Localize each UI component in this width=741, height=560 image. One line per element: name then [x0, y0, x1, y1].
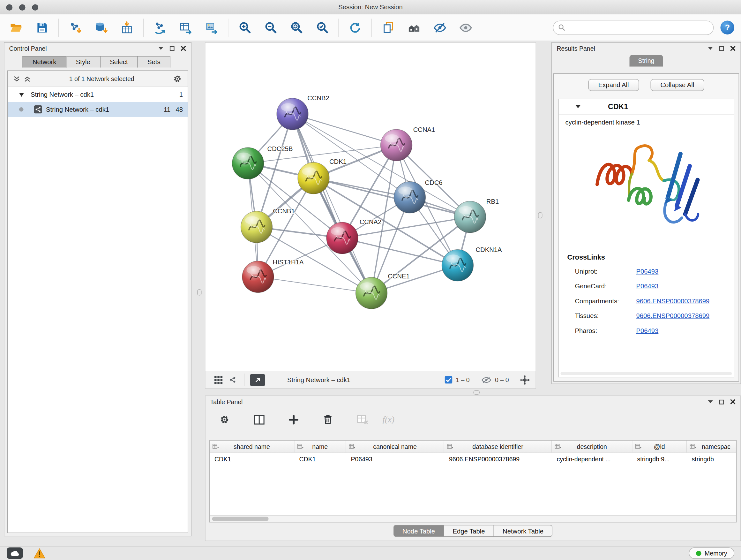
hidden-eye-slash-icon[interactable]: [481, 376, 492, 383]
node-edge-view-button[interactable]: [226, 373, 240, 387]
splitter-handle[interactable]: [474, 390, 480, 395]
crosslink-value-link[interactable]: P06493: [636, 268, 659, 275]
open-in-window-button[interactable]: [250, 374, 265, 386]
import-network-database-button[interactable]: [91, 18, 111, 37]
expand-all-icon[interactable]: [24, 75, 30, 82]
open-session-button[interactable]: [7, 18, 26, 37]
close-panel-icon[interactable]: [730, 46, 736, 51]
splitter-handle[interactable]: [538, 212, 542, 219]
float-panel-icon[interactable]: [170, 46, 175, 51]
splitter-handle[interactable]: [197, 289, 202, 296]
collapse-all-icon[interactable]: [13, 75, 20, 82]
tab-node-table[interactable]: Node Table: [393, 525, 444, 537]
network-node-cdc6[interactable]: [394, 182, 426, 213]
network-edge[interactable]: [293, 114, 397, 145]
node-label: RB1: [486, 198, 499, 205]
network-node-ccnb2[interactable]: [277, 98, 308, 130]
export-table-button[interactable]: [176, 18, 195, 37]
cloud-status-button[interactable]: [7, 548, 23, 559]
string-network-graph[interactable]: CCNB2CCNA1CDC25BCDK1CDC6RB1CCNB1CCNA2CDK…: [205, 43, 536, 371]
gene-card-header[interactable]: CDK1: [559, 99, 734, 115]
table-tabs: Node Table Edge Table Network Table: [205, 525, 741, 537]
tab-style[interactable]: Style: [66, 56, 100, 68]
pan-crosshair-icon[interactable]: [520, 375, 530, 385]
table-settings-button[interactable]: [217, 412, 232, 427]
export-image-button[interactable]: [202, 18, 221, 37]
network-node-ccne1[interactable]: [356, 277, 387, 309]
show-columns-button[interactable]: [252, 412, 267, 427]
collapse-all-button[interactable]: Collapse All: [650, 79, 704, 91]
tab-select[interactable]: Select: [100, 56, 138, 68]
import-network-file-button[interactable]: [66, 18, 85, 37]
network-row[interactable]: String Network – cdk1 11 48: [8, 102, 188, 117]
tab-edge-table[interactable]: Edge Table: [444, 525, 494, 537]
show-graphics-details-button[interactable]: [456, 18, 475, 37]
table-cell: P06493: [346, 453, 445, 465]
disclosure-triangle-icon[interactable]: [19, 92, 24, 97]
table-row[interactable]: CDK1CDK1P064939606.ENSP00000378699cyclin…: [210, 453, 736, 465]
network-node-ccna2[interactable]: [327, 222, 358, 254]
tab-string-results[interactable]: String: [630, 55, 663, 67]
network-collection-row[interactable]: String Network – cdk1 1: [8, 87, 188, 102]
node-label: CCNB1: [273, 207, 295, 214]
crosslink-value-link[interactable]: 9606.ENSP00000378699: [636, 298, 710, 305]
crosslink-value-link[interactable]: P06493: [636, 283, 659, 290]
network-node-cdk1[interactable]: [298, 163, 329, 194]
network-node-ccnb1[interactable]: [241, 211, 273, 243]
tab-network[interactable]: Network: [23, 56, 66, 68]
create-column-button[interactable]: [286, 412, 301, 427]
column-header-canonical-name[interactable]: canonical name: [346, 441, 445, 453]
expand-all-button[interactable]: Expand All: [588, 79, 639, 91]
float-panel-icon[interactable]: [719, 46, 724, 51]
close-panel-icon[interactable]: [181, 46, 186, 51]
search-input[interactable]: [568, 23, 709, 32]
crosslink-value-link[interactable]: P06493: [636, 327, 659, 334]
panel-menu-icon[interactable]: [158, 47, 164, 51]
delete-column-button[interactable]: [320, 412, 336, 427]
selected-checkbox-icon[interactable]: [445, 376, 453, 384]
new-network-button[interactable]: [150, 18, 170, 37]
scrollbar-thumb[interactable]: [212, 517, 269, 521]
zoom-selected-button[interactable]: [313, 18, 332, 37]
gear-icon[interactable]: [173, 74, 182, 84]
network-edge[interactable]: [258, 277, 372, 293]
panel-menu-icon[interactable]: [708, 47, 713, 51]
close-panel-icon[interactable]: [730, 399, 736, 405]
network-node-ccna1[interactable]: [381, 129, 412, 161]
network-node-cdkn1a[interactable]: [442, 250, 474, 281]
import-table-button[interactable]: [118, 18, 137, 37]
zoom-in-button[interactable]: [235, 18, 254, 37]
network-node-hist1h1a[interactable]: [242, 261, 274, 293]
save-session-button[interactable]: [32, 18, 52, 37]
apply-layout-button[interactable]: [346, 18, 365, 37]
collapse-section-icon[interactable]: [575, 105, 582, 109]
tab-network-table[interactable]: Network Table: [494, 525, 552, 537]
network-edge[interactable]: [293, 114, 372, 293]
tab-sets[interactable]: Sets: [138, 56, 171, 68]
network-edge[interactable]: [314, 178, 470, 217]
network-overview-button[interactable]: [405, 18, 424, 37]
network-node-cdc25b[interactable]: [232, 147, 264, 179]
column-header-namespac[interactable]: namespac: [687, 441, 737, 453]
column-header-database-identifier[interactable]: database identifier: [444, 441, 552, 453]
column-header--id[interactable]: @id: [632, 441, 687, 453]
duplicate-page-button[interactable]: [379, 18, 398, 37]
zoom-fit-button[interactable]: [287, 18, 306, 37]
column-header-description[interactable]: description: [552, 441, 632, 453]
warnings-button[interactable]: [33, 548, 46, 559]
hide-graphics-details-button[interactable]: [430, 18, 450, 37]
zoom-out-button[interactable]: [261, 18, 280, 37]
column-header-shared-name[interactable]: shared name: [210, 441, 294, 453]
column-header-name[interactable]: name: [294, 441, 346, 453]
crosslink-value-link[interactable]: 9606.ENSP00000378699: [636, 312, 710, 320]
memory-button[interactable]: Memory: [689, 548, 734, 559]
network-edge[interactable]: [342, 238, 458, 266]
cloud-icon: [10, 550, 20, 557]
birdseye-view-button[interactable]: [211, 373, 226, 387]
network-node-rb1[interactable]: [455, 201, 486, 233]
panel-menu-icon[interactable]: [708, 400, 713, 404]
float-panel-icon[interactable]: [719, 399, 724, 405]
results-scrollbar[interactable]: [561, 372, 732, 375]
help-button[interactable]: ?: [721, 21, 735, 35]
network-view-canvas[interactable]: CCNB2CCNA1CDC25BCDK1CDC6RB1CCNB1CCNA2CDK…: [205, 42, 536, 371]
